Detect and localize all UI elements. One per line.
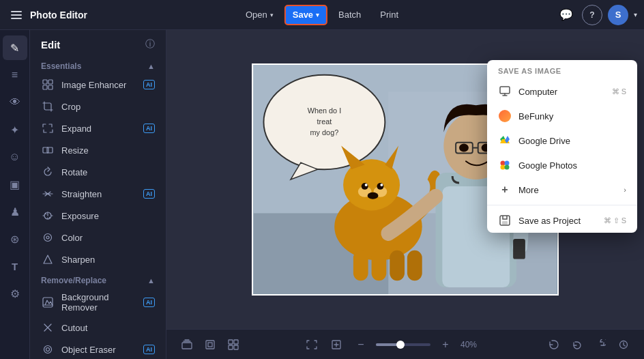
- sidebar-item-stickers[interactable]: ☺: [3, 145, 27, 169]
- save-as-image-title: Save as Image: [487, 60, 637, 79]
- tool-object-eraser[interactable]: Object Eraser AI: [30, 339, 166, 359]
- svg-rect-0: [43, 80, 47, 84]
- save-more-item[interactable]: + More ›: [487, 177, 637, 202]
- tool-expand[interactable]: Expand AI: [30, 117, 166, 139]
- svg-rect-4: [43, 147, 48, 153]
- svg-rect-51: [182, 343, 192, 349]
- svg-rect-31: [372, 250, 387, 281]
- fit-screen-button[interactable]: [302, 335, 321, 354]
- topbar-right: 💬 ? S ▾: [556, 5, 637, 25]
- ai-badge: AI: [143, 80, 155, 89]
- redo-button[interactable]: [591, 335, 610, 354]
- cutout-label: Cutout: [61, 323, 87, 333]
- essentials-chevron-icon: ▲: [147, 62, 155, 70]
- svg-rect-43: [500, 87, 510, 94]
- zoom-slider[interactable]: [376, 343, 430, 346]
- svg-rect-52: [206, 341, 214, 349]
- save-google-drive-item[interactable]: Google Drive: [487, 128, 637, 153]
- avatar-chevron-icon[interactable]: ▾: [634, 11, 637, 18]
- save-as-project-item[interactable]: Save as Project ⌘ ⇧ S: [487, 208, 637, 233]
- svg-point-46: [505, 161, 510, 166]
- svg-rect-1: [48, 80, 53, 84]
- svg-point-40: [459, 144, 469, 152]
- save-project-shortcut: ⌘ ⇧ S: [604, 216, 626, 225]
- tool-crop[interactable]: Crop: [30, 96, 166, 117]
- svg-text:treat: treat: [317, 117, 332, 126]
- sidebar-item-sliders[interactable]: ≡: [3, 63, 27, 87]
- save-google-drive-label: Google Drive: [518, 136, 570, 146]
- tool-cutout[interactable]: Cutout: [30, 317, 166, 339]
- help-button[interactable]: ?: [582, 5, 602, 25]
- svg-rect-33: [407, 250, 422, 281]
- sidebar-item-text[interactable]: T: [3, 254, 27, 278]
- essentials-section-header[interactable]: Essentials ▲: [30, 56, 166, 74]
- tool-straighten[interactable]: Straighten AI: [30, 183, 166, 205]
- tool-background-remover[interactable]: Background Remover AI: [30, 288, 166, 317]
- sidebar-item-settings[interactable]: ⚙: [3, 281, 27, 306]
- reset-button[interactable]: [544, 335, 564, 354]
- sidebar-item-people[interactable]: ♟: [3, 199, 27, 224]
- save-computer-shortcut: ⌘ S: [612, 87, 626, 96]
- undo-button[interactable]: [568, 335, 587, 354]
- chevron-down-icon: ▾: [316, 12, 319, 18]
- straighten-icon: [41, 187, 55, 201]
- bottom-toolbar-right: [544, 335, 633, 354]
- svg-rect-56: [229, 345, 233, 349]
- tool-sharpen[interactable]: Sharpen: [30, 248, 166, 270]
- tool-color[interactable]: Color: [30, 227, 166, 248]
- expand-icon: [41, 121, 55, 135]
- tool-resize[interactable]: Resize: [30, 139, 166, 161]
- resize-label: Resize: [61, 145, 89, 156]
- resize-icon: [41, 143, 55, 157]
- print-button[interactable]: Print: [372, 5, 407, 25]
- sharpen-icon: [41, 253, 55, 266]
- svg-rect-5: [47, 147, 53, 153]
- save-button[interactable]: Save ▾: [284, 5, 327, 25]
- info-icon[interactable]: ⓘ: [145, 38, 155, 51]
- svg-rect-50: [502, 221, 508, 225]
- save-befunky-item[interactable]: BeFunky: [487, 104, 637, 128]
- bottom-toolbar-left: [177, 335, 243, 354]
- save-befunky-label: BeFunky: [518, 111, 553, 121]
- ai-badge-eraser: AI: [143, 345, 155, 354]
- computer-icon: [498, 85, 512, 98]
- open-button[interactable]: Open ▾: [237, 5, 282, 25]
- svg-point-45: [501, 161, 506, 166]
- sidebar-item-frames[interactable]: ▣: [3, 172, 27, 197]
- image-enhancer-label: Image Enhancer: [61, 80, 126, 90]
- crop-zoom-button[interactable]: [327, 335, 346, 354]
- tool-exposure[interactable]: Exposure: [30, 205, 166, 227]
- svg-rect-3: [48, 85, 53, 89]
- zoom-in-button[interactable]: +: [436, 335, 455, 354]
- save-dropdown-menu: Save as Image Computer ⌘ S BeFunky: [487, 60, 637, 233]
- svg-text:When do I: When do I: [308, 106, 342, 115]
- ai-badge-expand: AI: [143, 124, 155, 133]
- messages-button[interactable]: 💬: [556, 5, 576, 25]
- tool-image-enhancer[interactable]: Image Enhancer AI: [30, 74, 166, 96]
- batch-button[interactable]: Batch: [330, 5, 369, 25]
- sidebar-item-stock[interactable]: ⊛: [3, 227, 27, 251]
- chevron-down-icon: ▾: [270, 12, 274, 18]
- more-icon: +: [498, 183, 512, 197]
- frame-bottom-button[interactable]: [201, 335, 220, 354]
- grid-bottom-button[interactable]: [224, 335, 243, 354]
- sidebar-item-edit[interactable]: ✎: [3, 35, 27, 60]
- save-more-label: More: [518, 185, 539, 195]
- sidebar-item-eye[interactable]: 👁: [3, 90, 27, 115]
- cutout-icon: [41, 321, 55, 334]
- tool-rotate[interactable]: Rotate: [30, 161, 166, 183]
- bottom-toolbar-center: − + 40%: [302, 335, 485, 354]
- avatar[interactable]: S: [608, 5, 628, 25]
- canvas-area: When do I treat my dog?: [166, 30, 644, 359]
- layers-bottom-button[interactable]: [177, 335, 196, 354]
- sharpen-label: Sharpen: [61, 255, 95, 265]
- zoom-out-button[interactable]: −: [351, 335, 370, 354]
- save-google-photos-item[interactable]: Google Photos: [487, 153, 637, 177]
- remove-replace-section-header[interactable]: Remove/Replace ▲: [30, 270, 166, 288]
- svg-rect-32: [390, 250, 405, 281]
- save-computer-item[interactable]: Computer ⌘ S: [487, 79, 637, 104]
- menu-icon[interactable]: [7, 5, 26, 25]
- history-button[interactable]: [614, 335, 633, 354]
- svg-point-25: [362, 183, 368, 190]
- sidebar-item-effects[interactable]: ✦: [3, 117, 27, 142]
